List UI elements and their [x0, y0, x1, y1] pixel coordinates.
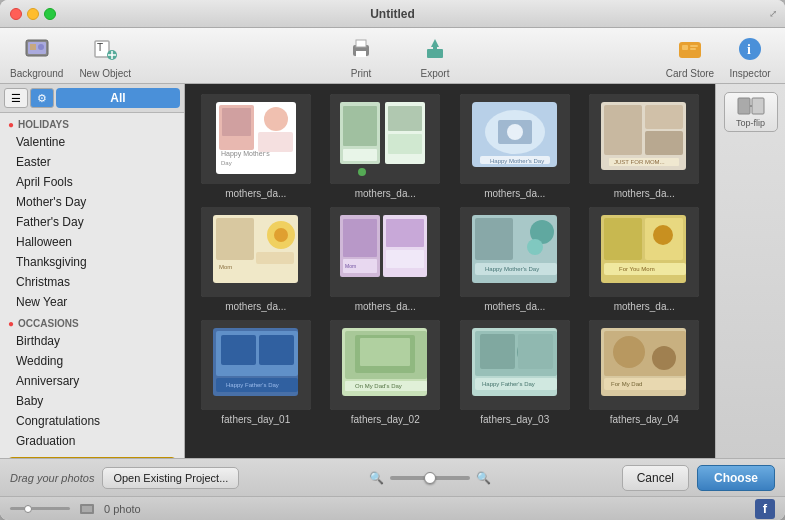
- svg-point-27: [264, 107, 288, 131]
- sidebar-item-baby[interactable]: Baby: [0, 391, 184, 411]
- template-label-11: fathers_day_04: [610, 414, 679, 425]
- svg-text:i: i: [747, 42, 751, 57]
- svg-rect-11: [356, 40, 366, 47]
- template-thumb-10[interactable]: Happy Father's Day: [460, 320, 570, 410]
- sidebar-item-graduation[interactable]: Graduation: [0, 431, 184, 451]
- svg-rect-49: [645, 131, 683, 155]
- top-flip-button[interactable]: Top-flip: [724, 92, 778, 132]
- export-icon: [419, 33, 451, 65]
- sidebar-top: ☰ ⚙ All: [0, 84, 184, 113]
- svg-rect-32: [343, 106, 377, 146]
- template-label-1: mothers_da...: [355, 188, 416, 199]
- inspector-icon: i: [734, 33, 766, 65]
- sidebar-item-new-year[interactable]: New Year: [0, 292, 184, 312]
- export-button[interactable]: Export: [410, 33, 460, 79]
- template-thumb-7[interactable]: For You Mom: [589, 207, 699, 297]
- template-item[interactable]: For You Mom mothers_da...: [584, 207, 706, 312]
- print-icon: [345, 33, 377, 65]
- cancel-button[interactable]: Cancel: [622, 465, 689, 491]
- template-thumb-6[interactable]: Happy Mother's Day: [460, 207, 570, 297]
- svg-point-37: [358, 168, 366, 176]
- template-item[interactable]: JUST FOR MOM... mothers_da...: [584, 94, 706, 199]
- resize-icon[interactable]: ⤢: [769, 8, 777, 19]
- template-item[interactable]: Happy Mother's Day mothers_da...: [454, 94, 576, 199]
- svg-rect-98: [480, 334, 515, 369]
- svg-text:T: T: [97, 42, 103, 53]
- template-item[interactable]: Happy Mother's Day mothers_da...: [454, 207, 576, 312]
- template-item[interactable]: Mom mothers_da...: [325, 207, 447, 312]
- occasions-header: ● OCCASIONS: [0, 312, 184, 331]
- sidebar-item-mothers-day[interactable]: Mother's Day: [0, 192, 184, 212]
- open-existing-project-button[interactable]: Open Existing Project...: [102, 467, 239, 489]
- template-thumb-11[interactable]: For My Dad: [589, 320, 699, 410]
- right-panel: Top-flip: [715, 84, 785, 458]
- svg-point-56: [274, 228, 288, 242]
- zoom-thumb[interactable]: [424, 472, 436, 484]
- sidebar-item-christmas[interactable]: Christmas: [0, 272, 184, 292]
- sidebar-list-icon[interactable]: ☰: [4, 88, 28, 108]
- svg-point-78: [653, 225, 673, 245]
- template-thumb-2[interactable]: Happy Mother's Day: [460, 94, 570, 184]
- new-object-button[interactable]: T New Object: [79, 33, 131, 79]
- template-item[interactable]: Happy Mother's Day mothers_da...: [195, 94, 317, 199]
- bottom-bar: Drag your photos Open Existing Project..…: [0, 458, 785, 496]
- traffic-lights: [10, 8, 56, 20]
- zoom-area: 🔍 🔍: [247, 471, 613, 485]
- template-thumb-1[interactable]: [330, 94, 440, 184]
- template-label-9: fathers_day_02: [351, 414, 420, 425]
- zoom-slider[interactable]: [390, 476, 470, 480]
- sidebar-grid-icon[interactable]: ⚙: [30, 88, 54, 108]
- sidebar-item-easter[interactable]: Easter: [0, 152, 184, 172]
- sidebar-item-anniversary[interactable]: Anniversary: [0, 371, 184, 391]
- card-store-label: Card Store: [666, 68, 714, 79]
- zoom-out-icon: 🔍: [369, 471, 384, 485]
- status-zoom-slider[interactable]: [10, 507, 70, 510]
- sidebar-item-wedding[interactable]: Wedding: [0, 351, 184, 371]
- template-thumb-9[interactable]: On My Dad's Day: [330, 320, 440, 410]
- template-thumb-4[interactable]: Mom: [201, 207, 311, 297]
- facebook-button[interactable]: f: [755, 499, 775, 519]
- background-button[interactable]: Background: [10, 33, 63, 79]
- sidebar-item-april-fools[interactable]: April Fools: [0, 172, 184, 192]
- sidebar-item-valentine[interactable]: Valentine: [0, 132, 184, 152]
- sidebar-item-fathers-day[interactable]: Father's Day: [0, 212, 184, 232]
- template-item[interactable]: Happy Father's Day fathers_day_01: [195, 320, 317, 425]
- print-button[interactable]: Print: [336, 33, 386, 79]
- inspector-button[interactable]: i Inspector: [725, 33, 775, 79]
- new-object-label: New Object: [79, 68, 131, 79]
- svg-rect-61: [343, 219, 377, 257]
- template-thumb-0[interactable]: Happy Mother's Day: [201, 94, 311, 184]
- template-item[interactable]: mothers_da...: [325, 94, 447, 199]
- action-buttons: Cancel Choose: [622, 465, 775, 491]
- template-item[interactable]: Mom mothers_da...: [195, 207, 317, 312]
- status-zoom-thumb[interactable]: [24, 505, 32, 513]
- sidebar-item-thanksgiving[interactable]: Thanksgiving: [0, 252, 184, 272]
- svg-text:Happy Mother's Day: Happy Mother's Day: [490, 158, 544, 164]
- all-button[interactable]: All: [56, 88, 180, 108]
- sidebar-item-congratulations[interactable]: Congratulations: [0, 411, 184, 431]
- template-label-7: mothers_da...: [614, 301, 675, 312]
- toolbar-center: Print Export: [147, 33, 649, 79]
- template-grid: Happy Mother's Day mothers_da...: [185, 84, 715, 458]
- export-label: Export: [421, 68, 450, 79]
- template-item[interactable]: Happy Father's Day fathers_day_03: [454, 320, 576, 425]
- svg-rect-36: [388, 134, 422, 154]
- svg-rect-15: [679, 42, 701, 58]
- template-thumb-3[interactable]: JUST FOR MOM...: [589, 94, 699, 184]
- svg-text:Day: Day: [221, 160, 232, 166]
- close-button[interactable]: [10, 8, 22, 20]
- template-item[interactable]: For My Dad fathers_day_04: [584, 320, 706, 425]
- template-item[interactable]: On My Dad's Day fathers_day_02: [325, 320, 447, 425]
- maximize-button[interactable]: [44, 8, 56, 20]
- template-label-0: mothers_da...: [225, 188, 286, 199]
- svg-text:Happy Father's Day: Happy Father's Day: [482, 381, 535, 387]
- card-store-button[interactable]: Card Store: [665, 33, 715, 79]
- sidebar-item-birthday[interactable]: Birthday: [0, 331, 184, 351]
- minimize-button[interactable]: [27, 8, 39, 20]
- sidebar-item-halloween[interactable]: Halloween: [0, 232, 184, 252]
- template-thumb-8[interactable]: Happy Father's Day: [201, 320, 311, 410]
- svg-rect-33: [343, 149, 377, 161]
- template-thumb-5[interactable]: Mom: [330, 207, 440, 297]
- background-icon: [21, 33, 53, 65]
- choose-button[interactable]: Choose: [697, 465, 775, 491]
